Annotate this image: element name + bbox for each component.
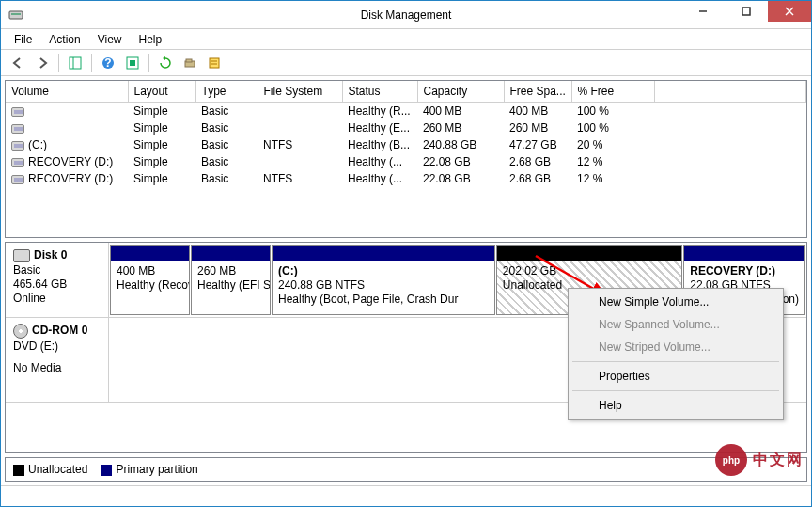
- show-hide-tree-icon[interactable]: [64, 52, 86, 74]
- disk0-type: Basic: [13, 263, 101, 277]
- disk0-size: 465.64 GB: [13, 277, 101, 291]
- watermark-text: 中文网: [753, 451, 804, 470]
- ctx-help[interactable]: Help: [570, 394, 781, 417]
- table-row[interactable]: RECOVERY (D:)SimpleBasicNTFSHealthy (...…: [6, 170, 806, 187]
- app-icon: [8, 8, 23, 23]
- col-pctfree[interactable]: % Free: [571, 81, 654, 103]
- col-status[interactable]: Status: [342, 81, 417, 103]
- disk-management-window: Disk Management File Action View Help ?: [0, 0, 812, 507]
- forward-button[interactable]: [31, 52, 54, 74]
- ctx-separator: [572, 390, 779, 391]
- svg-rect-14: [210, 58, 219, 68]
- col-filesystem[interactable]: File System: [258, 81, 342, 103]
- menubar: File Action View Help: [1, 29, 811, 50]
- svg-rect-3: [742, 8, 750, 15]
- back-button[interactable]: [7, 52, 29, 74]
- volume-icon: [11, 141, 24, 151]
- volume-icon: [11, 107, 24, 117]
- cdrom-status: No Media: [13, 361, 101, 374]
- window-controls: [681, 1, 811, 22]
- col-type[interactable]: Type: [195, 81, 258, 103]
- volume-icon: [11, 158, 24, 167]
- toolbar-separator: [148, 54, 149, 72]
- toolbar: ?: [1, 50, 811, 76]
- cdrom-drive: DVD (E:): [13, 340, 101, 353]
- cdrom-label[interactable]: CD-ROM 0 DVD (E:) No Media: [6, 318, 109, 402]
- volume-icon: [11, 175, 24, 184]
- menu-action[interactable]: Action: [41, 31, 87, 48]
- window-title: Disk Management: [361, 8, 452, 22]
- col-layout[interactable]: Layout: [128, 81, 195, 103]
- menu-file[interactable]: File: [7, 31, 39, 48]
- cdrom-icon: [13, 324, 28, 339]
- table-row[interactable]: SimpleBasicHealthy (R...400 MB400 MB100 …: [6, 103, 806, 120]
- maximize-button[interactable]: [725, 1, 768, 22]
- watermark: php 中文网: [715, 444, 804, 476]
- cdrom-title: CD-ROM 0: [32, 324, 87, 337]
- context-menu: New Simple Volume... New Spanned Volume.…: [568, 288, 784, 420]
- menu-help[interactable]: Help: [132, 31, 170, 48]
- svg-rect-11: [130, 60, 135, 66]
- content-area: Volume Layout Type File System Status Ca…: [1, 76, 811, 485]
- ctx-new-spanned-volume: New Spanned Volume...: [570, 313, 781, 336]
- col-volume[interactable]: Volume: [6, 81, 128, 103]
- partition-recovery[interactable]: 400 MB Healthy (Recov: [110, 245, 190, 315]
- actions-icon[interactable]: [203, 52, 226, 74]
- partition-c[interactable]: (C:) 240.88 GB NTFS Healthy (Boot, Page …: [272, 245, 495, 315]
- titlebar: Disk Management: [1, 1, 811, 29]
- svg-text:?: ?: [104, 56, 111, 70]
- col-freespace[interactable]: Free Spa...: [504, 81, 571, 103]
- table-row[interactable]: (C:)SimpleBasicNTFSHealthy (B...240.88 G…: [6, 136, 806, 153]
- disk0-status: Online: [13, 292, 101, 305]
- close-button[interactable]: [768, 1, 811, 22]
- graphical-view: Disk 0 Basic 465.64 GB Online 400 MB Hea…: [5, 242, 807, 453]
- refresh-icon[interactable]: [154, 52, 177, 74]
- col-capacity[interactable]: Capacity: [417, 81, 504, 103]
- toolbar-separator: [58, 54, 59, 72]
- ctx-new-simple-volume[interactable]: New Simple Volume...: [570, 291, 781, 313]
- disk0-label[interactable]: Disk 0 Basic 465.64 GB Online: [6, 243, 109, 317]
- svg-rect-6: [70, 57, 81, 69]
- svg-rect-13: [186, 59, 192, 62]
- disk0-title: Disk 0: [34, 248, 67, 261]
- settings-icon[interactable]: [121, 52, 144, 74]
- disk-icon: [13, 249, 30, 262]
- ctx-separator: [572, 361, 779, 362]
- menu-view[interactable]: View: [90, 31, 130, 48]
- legend-unallocated: Unallocated: [13, 463, 87, 476]
- table-row[interactable]: SimpleBasicHealthy (E...260 MB260 MB100 …: [6, 119, 806, 136]
- toolbar-separator: [91, 54, 92, 72]
- watermark-logo-icon: php: [715, 444, 747, 476]
- help-icon[interactable]: ?: [97, 52, 119, 74]
- legend: Unallocated Primary partition: [5, 457, 807, 482]
- volume-icon: [11, 124, 24, 134]
- ctx-properties[interactable]: Properties: [570, 365, 781, 388]
- minimize-button[interactable]: [681, 1, 725, 22]
- legend-primary: Primary partition: [101, 463, 197, 476]
- volume-list[interactable]: Volume Layout Type File System Status Ca…: [5, 80, 807, 238]
- table-row[interactable]: RECOVERY (D:)SimpleBasicHealthy (...22.0…: [6, 153, 806, 170]
- statusbar: [1, 485, 811, 506]
- partition-efi[interactable]: 260 MB Healthy (EFI S: [191, 245, 271, 315]
- rescan-icon[interactable]: [179, 52, 201, 74]
- ctx-new-striped-volume: New Striped Volume...: [570, 336, 781, 358]
- svg-rect-1: [11, 13, 21, 15]
